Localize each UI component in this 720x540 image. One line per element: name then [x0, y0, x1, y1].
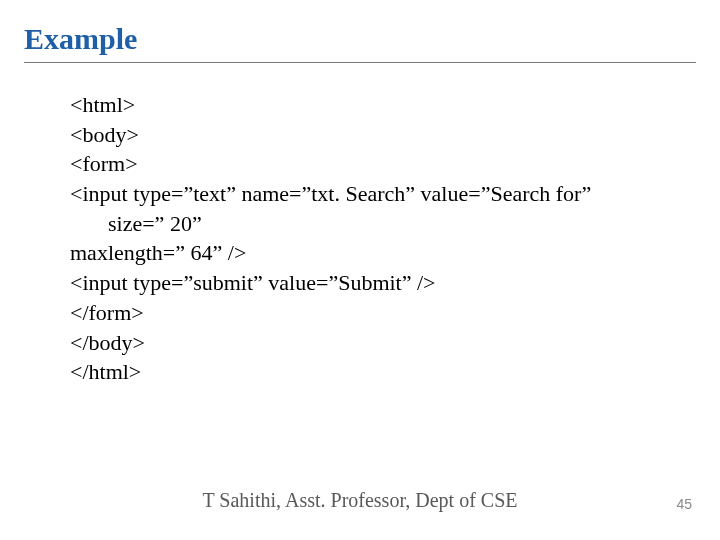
page-number: 45	[676, 496, 692, 512]
code-line-indent: size=” 20”	[70, 209, 680, 239]
slide-title: Example	[24, 22, 137, 56]
code-block: <html> <body> <form> <input type=”text” …	[70, 90, 680, 387]
code-line: </form>	[70, 298, 680, 328]
code-line: maxlength=” 64” />	[70, 238, 680, 268]
code-line: <input type=”submit” value=”Submit” />	[70, 268, 680, 298]
code-line: </body>	[70, 328, 680, 358]
footer-author: T Sahithi, Asst. Professor, Dept of CSE	[0, 489, 720, 512]
code-line: <form>	[70, 149, 680, 179]
code-line: </html>	[70, 357, 680, 387]
slide: Example <html> <body> <form> <input type…	[0, 0, 720, 540]
title-underline	[24, 62, 696, 63]
code-line: <html>	[70, 90, 680, 120]
footer-author-text: T Sahithi, Asst. Professor, Dept of CSE	[203, 489, 518, 511]
code-line: <body>	[70, 120, 680, 150]
code-line: <input type=”text” name=”txt. Search” va…	[70, 179, 680, 209]
